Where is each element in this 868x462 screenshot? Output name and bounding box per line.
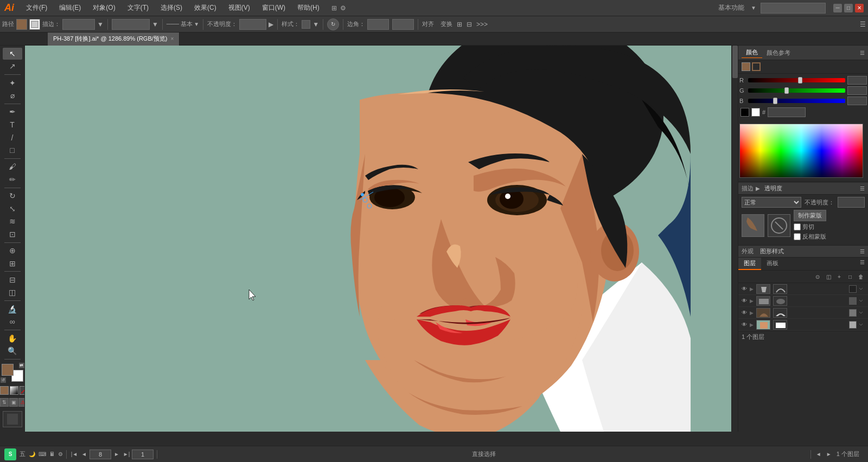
clip-checkbox[interactable] <box>794 223 801 230</box>
no-fill-button[interactable] <box>20 386 25 395</box>
alert-icon[interactable]: ⚠ <box>18 398 25 407</box>
line-tool-button[interactable]: / <box>3 132 22 144</box>
layer-item-2[interactable]: 👁 ▶ <box>738 295 868 307</box>
layer-expand-1[interactable]: ▶ <box>750 286 754 292</box>
make-clipping-button[interactable]: ◫ <box>824 272 833 281</box>
locate-object-button[interactable]: ⊙ <box>813 272 822 281</box>
perspective-button[interactable]: ⊞ <box>3 258 22 270</box>
layer-expand-2[interactable]: ▶ <box>750 298 754 304</box>
gradient-fill-button[interactable] <box>10 386 18 395</box>
paintbrush-button[interactable]: 🖌 <box>3 161 22 173</box>
layer-item-4[interactable]: 👁 ▶ <box>738 319 868 331</box>
menu-view[interactable]: 视图(V) <box>224 2 254 14</box>
stroke-swatch[interactable] <box>29 19 40 30</box>
r-slider-thumb[interactable] <box>798 77 802 84</box>
panel-icon[interactable]: ▣ <box>9 398 18 407</box>
menu-edit[interactable]: 编辑(E) <box>55 2 85 14</box>
lasso-button[interactable]: ⌀ <box>3 89 22 101</box>
white-swatch[interactable] <box>751 108 760 117</box>
b-slider-thumb[interactable] <box>773 98 777 104</box>
shape-builder-button[interactable]: ⊕ <box>3 245 22 256</box>
minimize-button[interactable]: ─ <box>833 4 842 12</box>
canvas-area[interactable] <box>25 46 738 432</box>
more-options-icon[interactable]: >>> <box>476 21 488 28</box>
layer-expand-3[interactable]: ▶ <box>750 310 754 316</box>
eyedropper-button[interactable]: 🔬 <box>3 303 22 315</box>
r-slider-track[interactable] <box>748 78 845 82</box>
prev-page-button[interactable]: ◄ <box>80 450 88 459</box>
invert-checkbox[interactable] <box>794 233 801 240</box>
layer-item-1[interactable]: 👁 ▶ <box>738 283 868 295</box>
stroke-input[interactable] <box>62 19 95 30</box>
stroke-tab-label[interactable]: 描边 <box>742 184 754 193</box>
direct-select-tool-button[interactable]: ↗ <box>3 61 22 73</box>
pencil-button[interactable]: ✏ <box>3 174 22 185</box>
menu-text[interactable]: 文字(T) <box>123 2 153 14</box>
color-fill-button[interactable] <box>0 386 9 395</box>
scale-button[interactable]: ⤡ <box>3 203 22 215</box>
reset-colors-icon[interactable]: ↺ <box>1 377 6 383</box>
hex-input[interactable]: 896547 <box>768 107 806 117</box>
new-sublayer-button[interactable]: + <box>834 272 844 281</box>
fill-color-icon[interactable] <box>742 62 750 71</box>
opacity-input[interactable]: 100% <box>239 19 266 30</box>
maximize-button[interactable]: □ <box>844 4 853 12</box>
color-reference-tab[interactable]: 颜色参考 <box>762 48 795 58</box>
menu-effect[interactable]: 效果(C) <box>190 2 221 14</box>
status-tool-1[interactable]: 🌙 <box>29 451 35 457</box>
menu-help[interactable]: 帮助(H) <box>293 2 324 14</box>
fill-swatch[interactable] <box>16 19 27 30</box>
stroke-weight-dropdown-icon[interactable]: ▼ <box>152 21 158 28</box>
menu-object[interactable]: 对象(O) <box>88 2 119 14</box>
search-input[interactable] <box>761 3 826 14</box>
pen-tool-button[interactable]: ✒ <box>3 106 22 118</box>
make-mask-button[interactable]: 制作蒙版 <box>794 210 826 221</box>
stroke-color-icon[interactable] <box>752 62 761 71</box>
style-swatch[interactable] <box>302 20 310 29</box>
menu-select[interactable]: 选择(S) <box>156 2 187 14</box>
panel-options-icon[interactable]: ☰ <box>860 21 866 28</box>
layer-expand-4[interactable]: ▶ <box>750 322 754 328</box>
stroke-dropdown-icon[interactable]: ▼ <box>97 21 104 28</box>
magic-wand-button[interactable]: ✦ <box>3 77 22 89</box>
layer-visibility-1[interactable]: 👁 <box>741 285 748 293</box>
mesh-button[interactable]: ⊟ <box>3 274 22 286</box>
layer-visibility-3[interactable]: 👁 <box>741 309 748 317</box>
swap-colors-icon[interactable]: ⇄ <box>19 363 24 368</box>
new-layer-button[interactable]: □ <box>845 272 855 281</box>
status-tool-3[interactable]: 🖩 <box>49 451 55 457</box>
document-tab[interactable]: PH-387 [转换].ai* @ 1286.89% (RGB/预览) × <box>48 33 180 46</box>
gradient-button[interactable]: ◫ <box>3 287 22 299</box>
page-number-input[interactable] <box>90 450 111 459</box>
color-panel-menu-icon[interactable]: ☰ <box>860 50 865 56</box>
swap-icon[interactable]: ⇅ <box>0 398 9 407</box>
warp-button[interactable]: ≋ <box>3 216 22 228</box>
border-input[interactable] <box>367 19 389 30</box>
first-page-button[interactable]: |◄ <box>70 450 79 459</box>
next-page-button[interactable]: ► <box>112 450 121 459</box>
blend-button[interactable]: ∞ <box>3 316 22 328</box>
transparency-tab-label[interactable]: 透明度 <box>764 184 782 193</box>
type-tool-button[interactable]: T <box>3 119 22 131</box>
b-value-input[interactable]: 71 <box>847 97 867 105</box>
b-slider-track[interactable] <box>748 99 845 103</box>
tab-close-button[interactable]: × <box>170 36 174 42</box>
r-value-input[interactable]: 137 <box>847 76 867 85</box>
graphic-styles-label[interactable]: 图形样式 <box>760 247 784 255</box>
layer-visibility-2[interactable]: 👁 <box>741 297 748 305</box>
refresh-button[interactable]: ↻ <box>327 18 339 30</box>
black-swatch[interactable] <box>741 108 749 117</box>
appearance-label[interactable]: 外观 <box>742 247 754 255</box>
status-icon-2[interactable]: ► <box>825 450 833 459</box>
close-button[interactable]: ✕ <box>855 4 864 12</box>
vertical-scrollbar[interactable] <box>731 46 738 432</box>
appearance-menu-icon[interactable]: ☰ <box>860 248 865 254</box>
rotate-button[interactable]: ↻ <box>3 190 22 202</box>
basic-dropdown-icon[interactable]: ▼ <box>194 21 199 27</box>
align-label[interactable]: 对齐 <box>422 20 434 28</box>
color-spectrum[interactable] <box>739 124 863 178</box>
artboard-tab[interactable]: 画板 <box>761 258 784 270</box>
stroke-weight-input[interactable] <box>112 19 150 30</box>
foreground-color-swatch[interactable] <box>2 364 14 376</box>
status-tool-2[interactable]: ⌨ <box>39 451 46 457</box>
